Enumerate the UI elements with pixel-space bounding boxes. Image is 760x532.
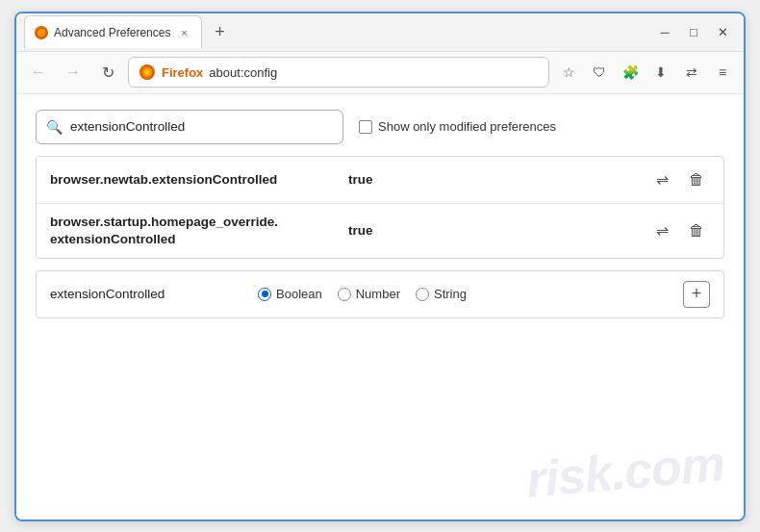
address-text: about:config xyxy=(209,65,277,80)
pref-value-1: true xyxy=(348,172,639,187)
new-tab-button[interactable]: + xyxy=(206,18,233,45)
radio-circle-string xyxy=(416,288,429,301)
new-pref-name: extensionControlled xyxy=(50,287,242,301)
results-table: browser.newtab.extensionControlled true … xyxy=(36,156,724,259)
radio-label-string: String xyxy=(434,287,467,301)
radio-label-number: Number xyxy=(356,287,400,301)
menu-button[interactable]: ≡ xyxy=(709,59,736,86)
radio-circle-boolean xyxy=(258,288,271,301)
search-icon: 🔍 xyxy=(46,119,63,135)
browser-tab[interactable]: Advanced Preferences × xyxy=(24,15,202,48)
window-controls: ─ □ ✕ xyxy=(651,18,736,45)
maximize-button[interactable]: □ xyxy=(680,18,707,45)
add-preference-button[interactable]: + xyxy=(683,281,710,308)
radio-number[interactable]: Number xyxy=(338,287,400,301)
row-actions-2: ⇌ 🗑 xyxy=(648,217,710,244)
nav-bar: ← → ↻ Firefox about:config ☆ 🛡 🧩 ⬇ ⇄ ≡ xyxy=(16,52,744,94)
row-actions-1: ⇌ 🗑 xyxy=(648,166,710,193)
watermark: risk.com xyxy=(524,434,726,509)
table-row: browser.newtab.extensionControlled true … xyxy=(37,157,723,204)
firefox-logo-icon xyxy=(139,63,156,81)
back-button[interactable]: ← xyxy=(24,58,53,87)
download-button[interactable]: ⬇ xyxy=(647,59,674,86)
firefox-brand-label: Firefox xyxy=(162,65,203,80)
tab-close-button[interactable]: × xyxy=(176,25,191,40)
reload-button[interactable]: ↻ xyxy=(93,58,122,87)
show-modified-row: Show only modified preferences xyxy=(359,119,556,134)
toggle-button-2[interactable]: ⇌ xyxy=(648,217,675,244)
close-button[interactable]: ✕ xyxy=(709,18,736,45)
shield-button[interactable]: 🛡 xyxy=(586,59,613,86)
search-input[interactable]: extensionControlled xyxy=(70,119,185,134)
search-box[interactable]: 🔍 extensionControlled xyxy=(36,110,343,144)
type-radio-group: Boolean Number String xyxy=(258,287,668,301)
radio-boolean[interactable]: Boolean xyxy=(258,287,322,301)
address-bar[interactable]: Firefox about:config xyxy=(128,57,549,88)
pref-value-2: true xyxy=(348,223,639,238)
table-row: browser.startup.homepage_override. exten… xyxy=(37,204,723,258)
show-modified-label: Show only modified preferences xyxy=(378,119,556,134)
toggle-button-1[interactable]: ⇌ xyxy=(648,166,675,193)
add-preference-row: extensionControlled Boolean Number Strin… xyxy=(36,270,724,318)
bookmark-star-button[interactable]: ☆ xyxy=(555,59,582,86)
svg-point-2 xyxy=(145,70,150,75)
delete-button-1[interactable]: 🗑 xyxy=(683,166,710,193)
title-bar: Advanced Preferences × + ─ □ ✕ xyxy=(16,13,744,52)
minimize-button[interactable]: ─ xyxy=(651,18,678,45)
delete-button-2[interactable]: 🗑 xyxy=(683,217,710,244)
radio-circle-number xyxy=(338,288,351,301)
radio-string[interactable]: String xyxy=(416,287,467,301)
browser-window: Advanced Preferences × + ─ □ ✕ ← → ↻ Fir… xyxy=(14,12,746,521)
tab-title: Advanced Preferences xyxy=(54,26,170,39)
page-content: risk.com 🔍 extensionControlled Show only… xyxy=(16,94,744,519)
tab-favicon xyxy=(35,26,48,39)
forward-button[interactable]: → xyxy=(59,58,88,87)
extension-button[interactable]: 🧩 xyxy=(617,59,644,86)
radio-label-boolean: Boolean xyxy=(276,287,322,301)
search-row: 🔍 extensionControlled Show only modified… xyxy=(36,110,724,144)
show-modified-checkbox[interactable] xyxy=(359,120,372,134)
pref-name-1: browser.newtab.extensionControlled xyxy=(50,172,339,187)
sync-button[interactable]: ⇄ xyxy=(678,59,705,86)
nav-icon-group: ☆ 🛡 🧩 ⬇ ⇄ ≡ xyxy=(555,59,736,86)
pref-name-2: browser.startup.homepage_override. exten… xyxy=(50,214,339,248)
